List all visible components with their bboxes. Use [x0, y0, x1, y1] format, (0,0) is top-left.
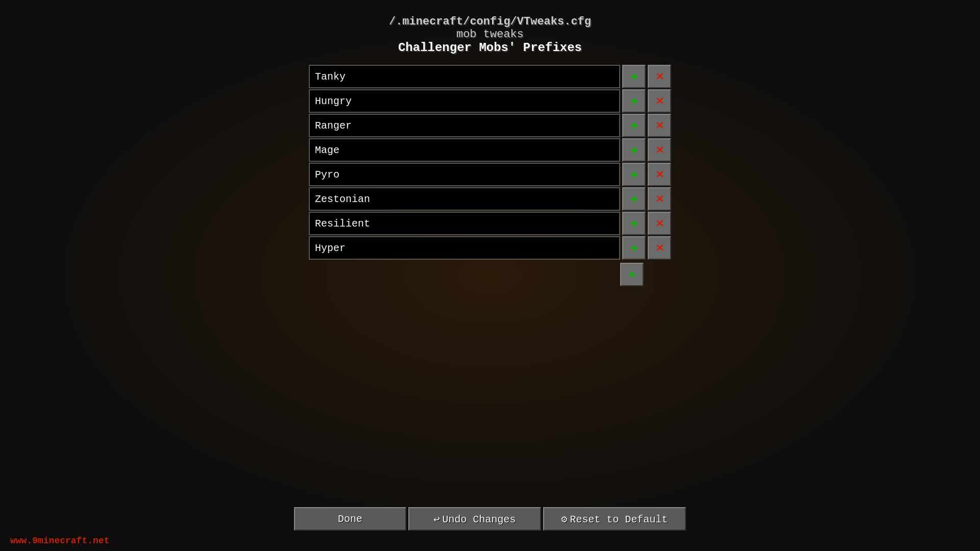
- list-item: + ✕: [309, 163, 671, 186]
- remove-button-6[interactable]: ✕: [648, 212, 671, 235]
- remove-button-7[interactable]: ✕: [648, 236, 671, 260]
- plus-icon-7: +: [630, 241, 638, 255]
- plus-icon-2: +: [630, 119, 638, 132]
- prefix-input-5[interactable]: [309, 187, 620, 211]
- list-item: + ✕: [309, 212, 671, 235]
- add-button-7[interactable]: +: [622, 236, 646, 260]
- prefix-list: + ✕ + ✕ + ✕ + ✕ + ✕ + ✕ + ✕ + ✕ +: [309, 65, 671, 286]
- prefix-input-0[interactable]: [309, 65, 620, 88]
- add-button-2[interactable]: +: [622, 114, 646, 137]
- undo-label: Undo Changes: [443, 514, 516, 525]
- plus-icon-5: +: [630, 192, 638, 206]
- prefix-input-3[interactable]: [309, 138, 620, 162]
- config-path: /.minecraft/config/VTweaks.cfg: [389, 15, 591, 28]
- list-item: + ✕: [309, 65, 671, 88]
- list-item: + ✕: [309, 187, 671, 211]
- remove-button-5[interactable]: ✕: [648, 187, 671, 211]
- add-new-button[interactable]: +: [620, 263, 644, 286]
- prefix-input-7[interactable]: [309, 236, 620, 260]
- remove-button-1[interactable]: ✕: [648, 89, 671, 113]
- section-label: mob tweaks: [389, 28, 591, 41]
- plus-icon-0: +: [630, 70, 638, 83]
- add-new-row: +: [309, 263, 671, 286]
- reset-icon: ⚙: [561, 514, 567, 525]
- x-icon-6: ✕: [655, 217, 664, 230]
- reset-button[interactable]: ⚙Reset to Default: [543, 507, 686, 531]
- prefix-input-2[interactable]: [309, 114, 620, 137]
- undo-icon: ↩: [433, 514, 439, 525]
- remove-button-4[interactable]: ✕: [648, 163, 671, 186]
- reset-label: Reset to Default: [570, 514, 668, 525]
- plus-icon-new: +: [628, 268, 635, 281]
- page-title: Challenger Mobs' Prefixes: [389, 41, 591, 55]
- done-button[interactable]: Done: [294, 507, 406, 531]
- plus-icon-3: +: [630, 143, 638, 157]
- prefix-input-4[interactable]: [309, 163, 620, 186]
- x-icon-5: ✕: [655, 193, 664, 205]
- prefix-input-1[interactable]: [309, 89, 620, 113]
- list-item: + ✕: [309, 89, 671, 113]
- remove-button-0[interactable]: ✕: [648, 65, 671, 88]
- x-icon-7: ✕: [655, 242, 664, 254]
- add-button-1[interactable]: +: [622, 89, 646, 113]
- add-button-0[interactable]: +: [622, 65, 646, 88]
- x-icon-4: ✕: [655, 168, 664, 181]
- x-icon-0: ✕: [655, 70, 664, 83]
- add-button-4[interactable]: +: [622, 163, 646, 186]
- add-button-6[interactable]: +: [622, 212, 646, 235]
- watermark: www.9minecraft.net: [10, 536, 109, 546]
- plus-icon-4: +: [630, 168, 638, 181]
- undo-button[interactable]: ↩Undo Changes: [408, 507, 541, 531]
- list-item: + ✕: [309, 114, 671, 137]
- x-icon-3: ✕: [655, 144, 664, 156]
- list-item: + ✕: [309, 236, 671, 260]
- x-icon-1: ✕: [655, 95, 664, 107]
- add-button-3[interactable]: +: [622, 138, 646, 162]
- add-button-5[interactable]: +: [622, 187, 646, 211]
- page-header: /.minecraft/config/VTweaks.cfg mob tweak…: [389, 15, 591, 55]
- plus-icon-1: +: [630, 94, 638, 108]
- plus-icon-6: +: [630, 217, 638, 230]
- prefix-input-6[interactable]: [309, 212, 620, 235]
- remove-button-3[interactable]: ✕: [648, 138, 671, 162]
- bottom-toolbar: Done ↩Undo Changes ⚙Reset to Default: [294, 507, 686, 531]
- x-icon-2: ✕: [655, 119, 664, 132]
- list-item: + ✕: [309, 138, 671, 162]
- remove-button-2[interactable]: ✕: [648, 114, 671, 137]
